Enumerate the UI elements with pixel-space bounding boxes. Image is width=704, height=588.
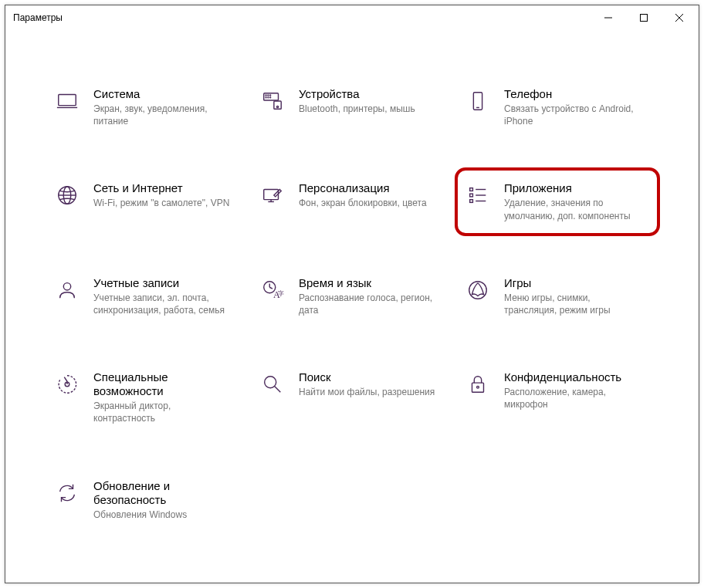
category-personalization[interactable]: Персонализация Фон, экран блокировки, цв… <box>257 178 447 225</box>
category-desc: Фон, экран блокировки, цвета <box>299 197 427 209</box>
privacy-icon <box>465 372 490 397</box>
svg-point-9 <box>266 95 266 96</box>
category-network[interactable]: Сеть и Интернет Wi-Fi, режим "в самолете… <box>52 178 242 225</box>
category-privacy[interactable]: Конфиденциальность Расположение, камера,… <box>462 367 652 427</box>
category-desc: Bluetooth, принтеры, мышь <box>299 103 415 115</box>
category-system[interactable]: Система Экран, звук, уведомления, питани… <box>52 84 242 130</box>
category-desc: Учетные записи, эл. почта, синхронизация… <box>93 292 232 316</box>
category-title: Время и язык <box>299 276 438 290</box>
category-title: Конфиденциальность <box>504 370 643 384</box>
svg-line-32 <box>269 287 272 289</box>
category-gaming[interactable]: Игры Меню игры, снимки, трансляция, режи… <box>462 273 652 319</box>
category-devices[interactable]: Устройства Bluetooth, принтеры, мышь <box>257 84 447 130</box>
category-desc: Экран, звук, уведомления, питание <box>93 103 232 127</box>
accounts-icon <box>55 278 80 302</box>
maximize-button[interactable] <box>626 5 662 30</box>
category-desc: Обновления Windows <box>93 509 232 521</box>
category-desc: Расположение, камера, микрофон <box>504 386 643 411</box>
category-title: Персонализация <box>299 181 427 195</box>
window-title: Параметры <box>13 12 63 23</box>
svg-point-12 <box>266 97 266 98</box>
category-ease-of-access[interactable]: Специальные возможности Экранный диктор,… <box>52 367 242 427</box>
svg-rect-20 <box>264 190 279 200</box>
category-title: Телефон <box>504 87 643 101</box>
category-title: Специальные возможности <box>93 370 239 398</box>
category-title: Система <box>93 87 232 101</box>
svg-point-8 <box>276 106 278 107</box>
network-icon <box>55 183 80 208</box>
ease-of-access-icon <box>55 372 80 397</box>
search-icon <box>260 372 285 397</box>
apps-icon <box>465 183 490 208</box>
category-desc: Wi-Fi, режим "в самолете", VPN <box>93 197 229 209</box>
category-title: Сеть и Интернет <box>93 181 229 195</box>
svg-point-10 <box>268 95 269 96</box>
close-button[interactable] <box>662 5 697 30</box>
category-time-language[interactable]: A字 Время и язык Распознавание голоса, ре… <box>257 273 447 319</box>
svg-rect-4 <box>59 95 76 106</box>
category-desc: Удаление, значения по умолчанию, доп. ко… <box>504 197 643 221</box>
devices-icon <box>260 89 285 113</box>
categories-grid: Система Экран, звук, уведомления, питани… <box>5 30 699 583</box>
svg-rect-1 <box>641 15 648 22</box>
svg-line-38 <box>275 387 281 393</box>
svg-point-29 <box>63 282 70 289</box>
category-apps[interactable]: Приложения Удаление, значения по умолчан… <box>455 167 660 235</box>
category-desc: Найти мои файлы, разрешения <box>299 386 435 398</box>
svg-point-40 <box>477 386 479 388</box>
category-accounts[interactable]: Учетные записи Учетные записи, эл. почта… <box>52 273 242 319</box>
category-title: Учетные записи <box>93 276 232 290</box>
category-desc: Меню игры, снимки, трансляция, режим игр… <box>504 292 643 316</box>
svg-point-13 <box>268 97 269 98</box>
svg-text:字: 字 <box>278 289 284 296</box>
svg-rect-27 <box>470 200 473 203</box>
window-controls <box>591 5 697 30</box>
time-language-icon: A字 <box>260 278 285 302</box>
svg-point-14 <box>270 97 271 98</box>
settings-window: Параметры Система Экран, звук, уведомлен… <box>5 5 699 583</box>
system-icon <box>55 89 80 113</box>
category-title: Поиск <box>299 370 435 384</box>
category-title: Устройства <box>299 87 415 101</box>
category-title: Обновление и безопасность <box>93 479 239 507</box>
category-update-security[interactable]: Обновление и безопасность Обновления Win… <box>52 476 242 524</box>
svg-rect-39 <box>472 383 484 392</box>
category-desc: Связать устройство с Android, iPhone <box>504 103 643 127</box>
svg-rect-25 <box>470 194 473 198</box>
category-desc: Экранный диктор, контрастность <box>93 400 232 424</box>
category-title: Игры <box>504 276 643 290</box>
minimize-button[interactable] <box>591 5 626 30</box>
svg-point-11 <box>270 95 271 96</box>
phone-icon <box>465 89 490 113</box>
update-security-icon <box>55 481 80 505</box>
personalization-icon <box>260 183 285 208</box>
category-phone[interactable]: Телефон Связать устройство с Android, iP… <box>462 84 652 130</box>
titlebar: Параметры <box>5 5 699 30</box>
category-desc: Распознавание голоса, регион, дата <box>299 292 438 316</box>
svg-rect-23 <box>470 188 473 191</box>
svg-point-37 <box>265 377 276 388</box>
category-search[interactable]: Поиск Найти мои файлы, разрешения <box>257 367 447 427</box>
category-title: Приложения <box>504 181 643 195</box>
gaming-icon <box>465 278 490 302</box>
